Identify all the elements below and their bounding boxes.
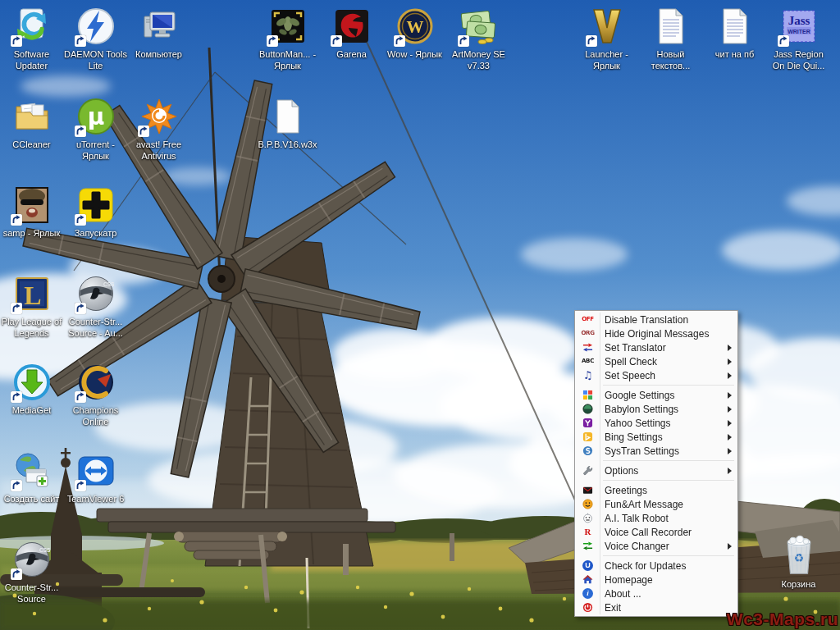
desktop-icon-artmoney[interactable]: ArtMoney SE v7.33 xyxy=(447,7,510,71)
desktop-icon-mediaget[interactable]: MediaGet xyxy=(0,363,63,416)
desktop-icon-label: ArtMoney SE v7.33 xyxy=(447,48,510,71)
menu-item-label: Set Translator xyxy=(600,342,737,354)
desktop-icon-new-text-document[interactable]: Новый текстов... xyxy=(639,7,702,71)
computer-icon xyxy=(139,7,179,46)
desktop-icon-samp[interactable]: samp - Ярлык xyxy=(0,185,63,239)
menu-item-label: SysTran Settings xyxy=(600,445,737,457)
menu-item-fun-art-message[interactable]: Fun&Art Message xyxy=(575,497,737,511)
yahoo-icon xyxy=(582,418,593,428)
desktop-icon-label: Counter-Str... Source xyxy=(0,582,63,605)
shortcut-arrow-icon xyxy=(394,35,405,47)
desktop-icon-css[interactable]: CSS Counter-Str... Source xyxy=(0,540,63,605)
menu-item-hide-original-messages[interactable]: ORG Hide Original Messages xyxy=(575,326,737,340)
menu-item-set-translator[interactable]: Set Translator xyxy=(575,340,737,354)
desktop-icon-label: Counter-Str... Source - Au... xyxy=(64,316,127,339)
submenu-arrow-icon xyxy=(728,345,732,351)
menu-item-google-settings[interactable]: Google Settings xyxy=(575,388,737,402)
desktop-icon-label: samp - Ярлык xyxy=(0,227,63,239)
menu-item-ai-talk-robot[interactable]: A.I. Talk Robot xyxy=(575,511,737,525)
shortcut-arrow-icon xyxy=(586,35,597,47)
menu-separator xyxy=(603,385,734,386)
shortcut-arrow-icon xyxy=(75,214,86,226)
desktop-icon-label: ButtonMan... - Ярлык xyxy=(256,48,319,71)
menu-item-exit[interactable]: Exit xyxy=(575,600,737,614)
submenu-arrow-icon xyxy=(728,543,732,550)
desktop-icon-css-auto[interactable]: CSS Counter-Str... Source - Au... xyxy=(64,274,127,339)
desktop-icon-teamviewer[interactable]: TeamViewer 6 xyxy=(64,451,127,504)
smiley-icon xyxy=(582,499,593,509)
desktop-icon-cheat-notes[interactable]: чит на пб xyxy=(703,7,766,60)
desktop-icon-software-updater[interactable]: Software Updater xyxy=(0,7,63,71)
desktop-icon-label: Компьютер xyxy=(127,48,190,60)
desktop-icon-label: чит на пб xyxy=(703,48,766,60)
desktop-icon-recycle-bin[interactable]: ♻ Корзина xyxy=(767,535,830,590)
menu-item-about[interactable]: i About ... xyxy=(575,587,737,600)
menu-item-voice-changer[interactable]: Voice Changer xyxy=(575,539,737,553)
systran-icon xyxy=(582,445,593,456)
desktop-icon-label: TeamViewer 6 xyxy=(64,493,127,504)
desktop-icon-daemon-tools[interactable]: DAEMON Tools Lite xyxy=(64,7,127,71)
menu-item-set-speech[interactable]: ♫ Set Speech xyxy=(575,368,737,382)
launcher-v-icon xyxy=(587,7,627,46)
desktop-icon-champions-online[interactable]: Champions Online xyxy=(64,363,127,427)
menu-item-homepage[interactable]: Homepage xyxy=(575,573,737,587)
daemon-tools-icon xyxy=(76,7,116,46)
desktop-icon-label: B.P.B.V16.w3x xyxy=(256,139,319,150)
menu-separator xyxy=(603,460,734,461)
menu-item-babylon-settings[interactable]: Babylon Settings xyxy=(575,402,737,416)
translate-arrows-icon xyxy=(582,342,593,353)
counter-strike-source-icon: CSS xyxy=(76,274,116,313)
desktop-icon-garena[interactable]: Garena xyxy=(320,7,383,60)
menu-item-spell-check[interactable]: ABC Spell Check xyxy=(575,354,737,368)
shortcut-arrow-icon xyxy=(267,35,278,47)
menu-item-label: Voice Changer xyxy=(600,541,737,552)
desktop-icon-ccleaner[interactable]: CCleaner xyxy=(0,97,63,150)
menu-item-bing-settings[interactable]: Bing Settings xyxy=(575,430,737,444)
desktop-icon-avast[interactable]: avast! Free Antivirus xyxy=(127,97,190,162)
desktop-icon-buttonman[interactable]: ButtonMan... - Ярлык xyxy=(256,7,319,71)
desktop-icon-utorrent[interactable]: µ uTorrent - Ярлык xyxy=(64,97,127,162)
menu-item-options[interactable]: Options xyxy=(575,463,737,477)
desktop-icon-computer[interactable]: Компьютер xyxy=(127,7,190,60)
desktop-icon-wow[interactable]: W Wow - Ярлык xyxy=(383,7,446,60)
menu-item-label: Check for Updates xyxy=(600,560,737,572)
menu-item-greetings[interactable]: Greetings xyxy=(575,483,737,497)
text-document-icon xyxy=(715,7,755,46)
menu-item-check-for-updates[interactable]: U Check for Updates xyxy=(575,559,737,573)
update-icon: U xyxy=(582,560,593,571)
desktop-icon-create-website[interactable]: Создать сайт xyxy=(0,451,63,504)
svg-text:♻: ♻ xyxy=(793,551,803,564)
shortcut-arrow-icon xyxy=(75,126,86,137)
home-icon xyxy=(582,574,593,585)
menu-item-label: Spell Check xyxy=(600,356,737,368)
league-of-legends-icon: L xyxy=(12,274,52,313)
desktop-icon-league-of-legends[interactable]: L Play League of Legends xyxy=(0,274,63,339)
desktop-icon-jass-region[interactable]: JassWRITER Jass Region On Die Qui... xyxy=(767,7,830,71)
menu-item-label: Disable Translation xyxy=(600,314,737,326)
menu-item-yahoo-settings[interactable]: Yahoo Settings xyxy=(575,416,737,430)
menu-item-label: Homepage xyxy=(600,574,737,586)
svg-text:CSS: CSS xyxy=(103,281,115,287)
wrench-icon xyxy=(582,465,593,476)
shortcut-arrow-icon xyxy=(11,214,22,226)
submenu-arrow-icon xyxy=(728,358,732,365)
menu-item-systran-settings[interactable]: SysTran Settings xyxy=(575,444,737,458)
org-badge-icon: ORG xyxy=(581,331,594,336)
yellow-cross-icon xyxy=(76,185,116,225)
power-icon xyxy=(582,602,593,613)
desktop-icon-zapuskatr[interactable]: Запускатр xyxy=(64,185,127,239)
menu-item-label: Bing Settings xyxy=(600,431,737,443)
mediaget-icon xyxy=(12,363,52,402)
menu-item-disable-translation[interactable]: OFF Disable Translation xyxy=(575,313,737,326)
artmoney-icon xyxy=(459,7,499,46)
desktop-icon-bpb-map-file[interactable]: B.P.B.V16.w3x xyxy=(256,97,319,150)
recycle-bin-icon: ♻ xyxy=(784,535,814,576)
desktop-icon-label: Jass Region On Die Qui... xyxy=(767,48,830,71)
svg-text:µ: µ xyxy=(87,103,104,130)
garena-icon xyxy=(332,7,372,46)
svg-text:CSS: CSS xyxy=(39,547,51,553)
champions-online-icon xyxy=(76,363,116,402)
menu-item-voice-call-recorder[interactable]: R Voice Call Recorder xyxy=(575,525,737,539)
desktop-icon-launcher[interactable]: Launcher - Ярлык xyxy=(575,7,638,71)
desktop-icon-label: Создать сайт xyxy=(0,493,63,504)
